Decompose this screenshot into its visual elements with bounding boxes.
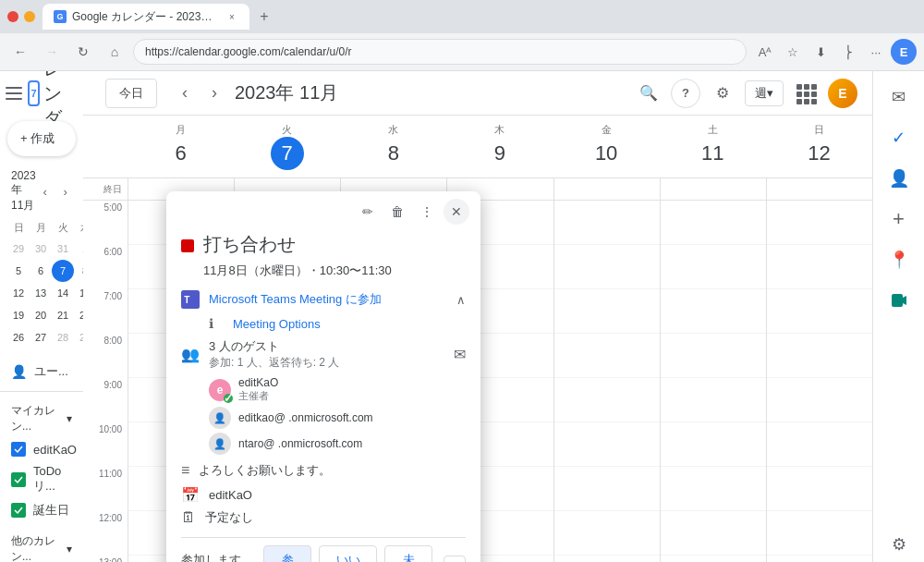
other-calendars-header[interactable]: 他のカレン... ▾ (0, 530, 83, 562)
my-calendars-header[interactable]: マイカレン... ▾ (0, 399, 83, 438)
contacts-icon[interactable]: 👤 (881, 160, 918, 197)
all-day-sun (766, 178, 872, 200)
menu-icon[interactable] (6, 82, 22, 104)
next-period-btn[interactable]: › (201, 80, 227, 106)
back-btn[interactable]: ← (7, 39, 33, 65)
mini-day[interactable]: 13 (30, 282, 52, 304)
mini-day[interactable]: 26 (7, 326, 30, 348)
calendar-checkbox (11, 503, 26, 518)
day-header-水[interactable]: 水 8 (340, 116, 446, 177)
organizer-role: 主催者 (238, 389, 278, 403)
tab-close-btn[interactable]: × (225, 10, 238, 23)
sidebar: 7 カレンダー + 作成 2023年 11月 ‹ › 日月火水木金土293031… (0, 71, 83, 562)
forward-btn[interactable]: → (39, 39, 65, 65)
settings-btn[interactable]: ⚙ (708, 79, 737, 108)
mini-day[interactable]: 14 (52, 282, 74, 304)
mini-day[interactable]: 7 (52, 260, 74, 282)
rsvp-yes-btn[interactable]: 参加 (263, 545, 311, 562)
mini-day[interactable]: 12 (7, 282, 30, 304)
mini-day[interactable]: 31 (52, 238, 74, 260)
email-guests-btn[interactable]: ✉ (454, 346, 466, 363)
gmail-icon[interactable]: ✉ (881, 79, 918, 116)
mini-day[interactable]: 30 (30, 238, 52, 260)
create-button[interactable]: + 作成 (7, 121, 76, 156)
mini-day[interactable]: 1 (74, 238, 83, 260)
mini-day[interactable]: 5 (7, 260, 30, 282)
attendee2-avatar: 👤 (209, 433, 231, 455)
day-header-月[interactable]: 月 6 (128, 116, 234, 177)
active-tab[interactable]: G Google カレンダー - 2023年 11月 6... × (43, 4, 249, 30)
address-input[interactable]: https://calendar.google.com/calendar/u/0… (133, 39, 747, 65)
user-avatar[interactable]: E (828, 79, 857, 108)
minimize-window-btn[interactable] (24, 11, 35, 22)
calendar-label: 誕生日 (33, 502, 69, 519)
extensions-btn[interactable]: ⎬ (835, 39, 861, 65)
day-col-5[interactable] (660, 201, 766, 562)
attendee1-row: 👤 editkao@ .onmicrosoft.com (209, 407, 466, 429)
add-people-btn[interactable]: 👤 ユー... (0, 356, 83, 387)
calendar-label: editKaO (33, 443, 77, 457)
rsvp-no-btn[interactable]: いいえ (319, 545, 377, 562)
edit-event-btn[interactable]: ✏ (355, 199, 381, 225)
view-selector[interactable]: 週▾ (745, 80, 784, 106)
mini-day[interactable]: 19 (7, 304, 30, 326)
my-calendar-item[interactable]: ToDo リ... (0, 460, 83, 498)
mini-day[interactable]: 21 (52, 304, 74, 326)
mini-day[interactable]: 15 (74, 282, 83, 304)
day-header-土[interactable]: 土 11 (660, 116, 766, 177)
day-header-日[interactable]: 日 12 (766, 116, 872, 177)
my-calendar-item[interactable]: 誕生日 (0, 498, 83, 522)
bottom-settings-icon[interactable]: ⚙ (881, 526, 918, 562)
close-window-btn[interactable] (7, 11, 18, 22)
teams-row: T Microsoft Teams Meetingに参加 ∧ (181, 290, 466, 309)
mini-day[interactable]: 27 (30, 326, 52, 348)
mini-day[interactable]: 8 (74, 260, 83, 282)
mini-day[interactable]: 29 (7, 238, 30, 260)
mini-day[interactable]: 28 (52, 326, 74, 348)
today-button[interactable]: 今日 (105, 79, 157, 108)
meeting-options-link[interactable]: Meeting Options (233, 317, 321, 331)
add-people-label: ユー... (34, 363, 68, 380)
meet-icon[interactable] (881, 282, 918, 319)
rsvp-more-btn[interactable]: ▾ (444, 556, 466, 562)
search-btn[interactable]: 🔍 (634, 79, 663, 108)
mini-day[interactable]: 20 (30, 304, 52, 326)
expand-teams-btn[interactable]: ∧ (456, 293, 466, 307)
rsvp-maybe-btn[interactable]: 未定 (384, 545, 432, 562)
day-col-6[interactable] (766, 201, 872, 562)
maps-icon[interactable]: 📍 (881, 241, 918, 278)
read-mode-btn[interactable]: Aᴬ (752, 39, 778, 65)
day-header-木[interactable]: 木 9 (446, 116, 553, 177)
mini-day[interactable]: 6 (30, 260, 52, 282)
svg-text:T: T (184, 295, 189, 305)
day-col-4[interactable] (553, 201, 660, 562)
other-calendars-section: 他のカレン... ▾ 日本の祝日 (0, 526, 83, 562)
mini-cal-prev[interactable]: ‹ (36, 182, 55, 201)
attendee1-avatar: 👤 (209, 407, 231, 429)
mini-day[interactable]: 29 (74, 326, 83, 348)
prev-period-btn[interactable]: ‹ (172, 80, 198, 106)
home-btn[interactable]: ⌂ (102, 39, 128, 65)
apps-btn[interactable] (791, 79, 821, 108)
day-header-金[interactable]: 金 10 (553, 116, 660, 177)
close-popup-btn[interactable]: ✕ (444, 199, 469, 225)
reload-btn[interactable]: ↻ (70, 39, 96, 65)
more-options-btn[interactable]: ⋮ (414, 199, 440, 225)
bookmark-btn[interactable]: ☆ (780, 39, 806, 65)
day-header-火[interactable]: 火 7 (234, 116, 340, 177)
browser-actions: Aᴬ ☆ ⬇ ⎬ ··· E (752, 39, 917, 65)
new-tab-btn[interactable]: + (253, 6, 275, 28)
my-calendar-item[interactable]: editKaO (0, 438, 83, 460)
profile-btn[interactable]: E (891, 39, 917, 65)
delete-event-btn[interactable]: 🗑 (384, 199, 410, 225)
event-title-row: 打ち合わせ (181, 232, 466, 257)
organizer-check-badge: ✓ (224, 394, 233, 403)
mini-cal-next[interactable]: › (56, 182, 75, 201)
more-btn[interactable]: ··· (863, 39, 889, 65)
tasks-icon[interactable]: ✓ (881, 119, 918, 156)
download-btn[interactable]: ⬇ (808, 39, 833, 65)
mini-day[interactable]: 22 (74, 304, 83, 326)
add-icon[interactable]: + (881, 201, 918, 238)
help-btn[interactable]: ? (671, 79, 700, 108)
teams-join-link[interactable]: Microsoft Teams Meetingに参加 (209, 291, 382, 308)
